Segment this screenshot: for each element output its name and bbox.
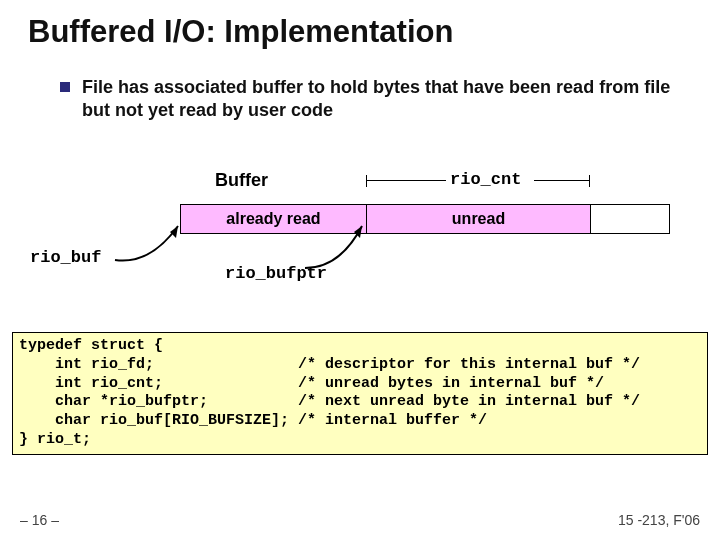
bullet-item: File has associated buffer to hold bytes…	[0, 50, 720, 123]
rio-buf-label: rio_buf	[30, 248, 101, 267]
riocnt-extent-left	[366, 180, 446, 181]
rio-cnt-label: rio_cnt	[450, 170, 521, 189]
arrow-riobufptr-icon	[300, 220, 390, 275]
page-number: – 16 –	[20, 512, 59, 528]
arrow-riobuf-icon	[110, 220, 200, 270]
bullet-square-icon	[60, 82, 70, 92]
buffer-diagram: Buffer rio_cnt already read unread rio_b…	[0, 170, 720, 200]
buffer-box: already read unread	[180, 204, 670, 234]
code-struct: typedef struct { int rio_fd; /* descript…	[12, 332, 708, 455]
slide-title: Buffered I/O: Implementation	[0, 0, 720, 50]
segment-empty	[591, 205, 669, 233]
footer: – 16 – 15 -213, F'06	[20, 512, 700, 528]
course-tag: 15 -213, F'06	[618, 512, 700, 528]
bullet-text: File has associated buffer to hold bytes…	[82, 76, 690, 123]
segment-unread: unread	[367, 205, 591, 233]
riocnt-extent-right	[534, 180, 590, 181]
buffer-label: Buffer	[215, 170, 268, 191]
